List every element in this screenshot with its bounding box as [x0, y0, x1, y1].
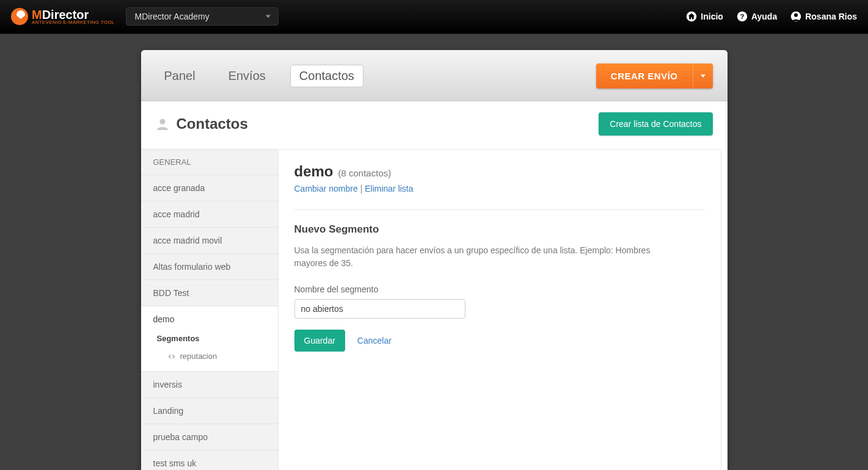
separator: |	[358, 184, 365, 193]
sidebar-item-acce-madrid-movil[interactable]: acce madrid movil	[141, 228, 278, 254]
list-name: demo	[294, 163, 334, 180]
section-title: Contactos	[177, 115, 248, 132]
home-label: Inicio	[701, 12, 723, 21]
topbar-right: Inicio ? Ayuda Rosana Rios	[686, 11, 857, 22]
rename-list-link[interactable]: Cambiar nombre	[294, 184, 358, 193]
segment-item-label: reputacion	[180, 352, 217, 361]
create-contact-list-button[interactable]: Crear lista de Contactos	[599, 112, 712, 136]
tab-panel[interactable]: Panel	[156, 65, 204, 87]
svg-point-4	[794, 13, 798, 17]
account-dropdown[interactable]: MDirector Academy	[126, 7, 279, 26]
segments-label: Segmentos	[153, 334, 266, 347]
user-icon	[790, 11, 801, 22]
help-icon: ?	[737, 11, 748, 22]
create-send-button-group: CREAR ENVÍO	[596, 63, 713, 89]
sidebar-item-prueba-campo[interactable]: prueba campo	[141, 424, 278, 450]
main-card: Panel Envíos Contactos CREAR ENVÍO Conta…	[141, 50, 728, 470]
chevron-down-icon	[266, 15, 271, 18]
lists-sidebar: GENERAL acce granada acce madrid acce ma…	[141, 149, 278, 470]
sidebar-item-bdd-test[interactable]: BDD Test	[141, 280, 278, 306]
sidebar-item-acce-granada[interactable]: acce granada	[141, 175, 278, 201]
svg-point-5	[159, 119, 165, 125]
form-actions: Guardar Cancelar	[294, 330, 705, 352]
new-segment-description: Usa la segmentación para hacer envíos a …	[294, 244, 685, 270]
sidebar-item-acce-madrid[interactable]: acce madrid	[141, 201, 278, 228]
sidebar-header-general: GENERAL	[141, 149, 278, 175]
contacts-icon	[156, 117, 169, 131]
save-button[interactable]: Guardar	[294, 330, 345, 352]
divider	[294, 209, 705, 210]
home-link[interactable]: Inicio	[686, 11, 723, 22]
list-actions: Cambiar nombre | Eliminar lista	[294, 184, 705, 193]
user-menu[interactable]: Rosana Rios	[790, 11, 857, 22]
sidebar-item-landing[interactable]: Landing	[141, 398, 278, 424]
content-card: demo (8 contactos) Cambiar nombre | Elim…	[278, 149, 721, 470]
create-send-dropdown[interactable]	[693, 63, 713, 89]
content: demo (8 contactos) Cambiar nombre | Elim…	[278, 149, 728, 470]
sidebar-item-demo-segments: Segmentos reputacion	[141, 330, 278, 372]
sidebar-item-demo[interactable]: demo	[141, 306, 278, 330]
section-title-row: Contactos Crear lista de Contactos	[141, 101, 728, 149]
svg-text:?: ?	[740, 13, 744, 20]
tab-envios[interactable]: Envíos	[220, 65, 274, 87]
brand-mark-icon	[11, 8, 28, 25]
delete-list-link[interactable]: Eliminar lista	[365, 184, 413, 193]
topbar: MDirector ANTEVENIO E-MARKETING TOOL MDi…	[0, 0, 868, 34]
segment-name-input[interactable]	[294, 299, 465, 319]
brand-tagline: ANTEVENIO E-MARKETING TOOL	[32, 20, 115, 25]
sidebar-item-inversis[interactable]: inversis	[141, 372, 278, 398]
user-name: Rosana Rios	[805, 12, 857, 21]
list-count: (8 contactos)	[338, 168, 392, 178]
tab-contactos[interactable]: Contactos	[290, 65, 363, 87]
segment-item-reputacion[interactable]: reputacion	[153, 347, 266, 363]
sidebar-item-test-sms-uk[interactable]: test sms uk	[141, 450, 278, 470]
code-icon	[168, 353, 175, 360]
sidebar-item-altas-formulario[interactable]: Altas formulario web	[141, 254, 278, 280]
chevron-down-icon	[701, 74, 706, 78]
help-link[interactable]: ? Ayuda	[737, 11, 777, 22]
account-selected-label: MDirector Academy	[135, 12, 210, 21]
home-icon	[686, 11, 697, 22]
brand-name: MDirector	[32, 9, 115, 21]
brand-logo[interactable]: MDirector ANTEVENIO E-MARKETING TOOL	[11, 8, 115, 25]
segment-name-label: Nombre del segmento	[294, 284, 705, 294]
cancel-link[interactable]: Cancelar	[357, 336, 392, 345]
create-send-button[interactable]: CREAR ENVÍO	[596, 63, 693, 89]
list-title: demo (8 contactos)	[294, 163, 705, 180]
help-label: Ayuda	[751, 12, 777, 21]
main-nav: Panel Envíos Contactos CREAR ENVÍO	[141, 50, 728, 101]
new-segment-title: Nuevo Segmento	[294, 223, 705, 236]
